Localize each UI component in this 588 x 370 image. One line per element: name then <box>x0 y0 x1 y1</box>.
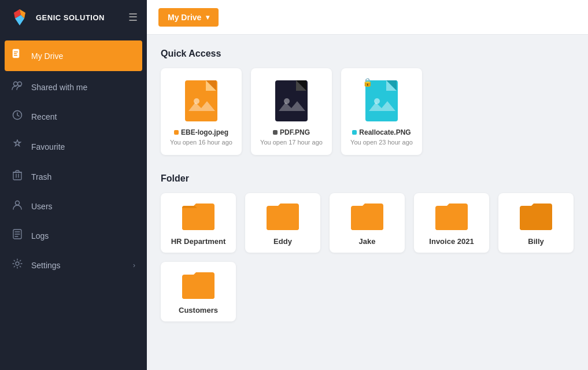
folder-name-customers: Customers <box>179 306 218 314</box>
file-icon-ebe <box>181 77 221 124</box>
favourite-icon <box>12 139 23 154</box>
svg-rect-6 <box>14 53 17 54</box>
folder-icon-hr <box>181 202 216 231</box>
folder-name-eddy: Eddy <box>273 237 292 246</box>
svg-point-18 <box>194 98 199 104</box>
sidebar-item-settings-label: Settings <box>31 261 61 270</box>
file-time-reallocate: You open 23 hour ago <box>350 139 413 146</box>
sidebar-item-users-label: Users <box>31 202 53 211</box>
sidebar-item-trash[interactable]: Trash <box>0 162 147 191</box>
sidebar-nav: My Drive Shared with me Rece <box>0 35 147 370</box>
my-drive-button[interactable]: My Drive ▾ <box>158 8 219 27</box>
settings-icon <box>12 258 23 272</box>
folder-icon-jake <box>350 202 384 231</box>
sidebar-item-my-drive[interactable]: My Drive <box>5 40 142 71</box>
topbar: My Drive ▾ <box>147 0 588 35</box>
folder-icon-invoice <box>434 202 469 231</box>
file-name-badge-reallocate: Reallocate.PNG <box>352 128 411 136</box>
svg-point-26 <box>374 98 380 104</box>
sidebar-item-users[interactable]: Users <box>0 191 147 221</box>
quick-access-grid: EBE-logo.jpeg You open 16 hour ago <box>161 68 574 155</box>
svg-point-8 <box>14 82 18 86</box>
file-name-pdf: PDF.PNG <box>280 128 310 136</box>
app-logo <box>9 7 30 28</box>
file-card-pdf[interactable]: PDF.PNG You open 17 hour ago <box>251 68 332 155</box>
sidebar-item-favourite[interactable]: Favourite <box>0 131 147 162</box>
file-card-ebe[interactable]: EBE-logo.jpeg You open 16 hour ago <box>161 68 242 155</box>
logs-icon <box>12 229 23 242</box>
sidebar-item-settings[interactable]: Settings › <box>0 250 147 280</box>
folder-card-eddy[interactable]: Eddy <box>245 193 320 253</box>
sidebar-item-favourite-label: Favourite <box>31 142 65 151</box>
main-content: My Drive ▾ Quick Access <box>147 0 588 370</box>
file-name-reallocate: Reallocate.PNG <box>359 128 411 136</box>
mydrive-chevron-icon: ▾ <box>206 13 209 21</box>
my-drive-icon <box>12 49 23 63</box>
sidebar-item-recent-label: Recent <box>31 112 57 121</box>
svg-point-14 <box>16 262 19 265</box>
quick-access-section: Quick Access <box>161 49 574 155</box>
folder-name-hr: HR Department <box>171 237 226 246</box>
lock-icon: 🔒 <box>363 77 372 87</box>
file-time-ebe: You open 16 hour ago <box>170 139 232 146</box>
file-name-badge-ebe: EBE-logo.jpeg <box>174 128 228 136</box>
folder-icon-customers <box>181 271 216 300</box>
folder-title: Folder <box>161 173 574 184</box>
file-card-reallocate[interactable]: 🔒 Reallocate.PNG <box>341 68 422 155</box>
sidebar-item-logs[interactable]: Logs <box>0 221 147 250</box>
svg-rect-7 <box>14 55 17 56</box>
folder-icon-eddy <box>265 202 300 231</box>
sidebar-header: GENIC SOLUTION ☰ <box>0 0 147 35</box>
folder-card-billy[interactable]: Billy <box>498 193 574 253</box>
trash-icon <box>12 170 23 183</box>
app-brand: GENIC SOLUTION <box>36 13 105 22</box>
folder-icon-billy <box>519 202 553 231</box>
folder-name-billy: Billy <box>528 237 543 246</box>
settings-chevron-icon: › <box>133 261 135 269</box>
folder-card-hr[interactable]: HR Department <box>161 193 236 253</box>
users-icon <box>12 199 23 213</box>
recent-icon <box>12 110 23 123</box>
sidebar-item-shared[interactable]: Shared with me <box>0 72 147 102</box>
file-time-pdf: You open 17 hour ago <box>260 139 323 146</box>
sidebar-item-logs-label: Logs <box>31 231 49 240</box>
folder-card-invoice[interactable]: Invoice 2021 <box>414 193 489 253</box>
file-icon-reallocate: 🔒 <box>361 77 402 124</box>
sidebar-item-my-drive-label: My Drive <box>31 51 63 61</box>
file-name-badge-pdf: PDF.PNG <box>273 128 310 136</box>
svg-rect-5 <box>14 51 18 53</box>
folder-grid: HR Department Eddy Jake <box>161 193 574 321</box>
svg-point-12 <box>16 201 20 205</box>
hamburger-icon[interactable]: ☰ <box>128 11 138 24</box>
sidebar-item-shared-label: Shared with me <box>31 83 87 92</box>
sidebar-item-recent[interactable]: Recent <box>0 102 147 131</box>
file-name-ebe: EBE-logo.jpeg <box>181 128 228 136</box>
file-icon-pdf <box>271 77 312 124</box>
folder-name-jake: Jake <box>359 237 376 246</box>
folder-card-jake[interactable]: Jake <box>330 193 405 253</box>
folder-card-customers[interactable]: Customers <box>161 262 236 321</box>
svg-rect-11 <box>13 172 21 180</box>
shared-icon <box>12 80 23 94</box>
svg-point-9 <box>18 82 22 86</box>
my-drive-button-label: My Drive <box>168 13 201 22</box>
content-area: Quick Access <box>147 35 588 370</box>
svg-point-22 <box>284 98 290 104</box>
sidebar: GENIC SOLUTION ☰ My Drive <box>0 0 147 370</box>
folder-name-invoice: Invoice 2021 <box>429 237 474 246</box>
sidebar-item-trash-label: Trash <box>31 172 51 182</box>
folder-section: Folder HR Department <box>161 173 574 321</box>
quick-access-title: Quick Access <box>161 49 574 59</box>
